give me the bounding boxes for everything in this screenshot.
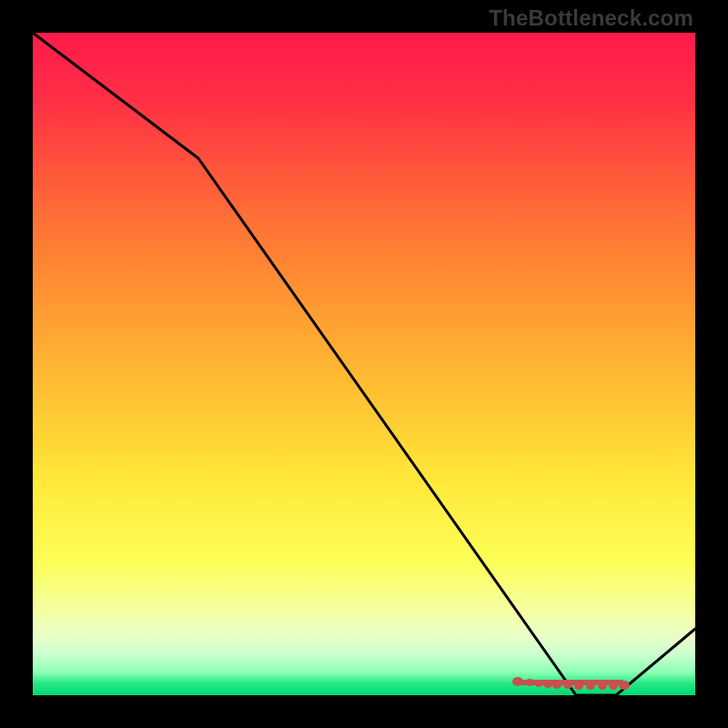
svg-point-10 [619,681,630,690]
svg-point-5 [563,682,572,689]
data-line [33,33,695,695]
line-series [33,33,695,695]
svg-point-3 [543,681,552,688]
svg-rect-11 [518,680,624,685]
svg-point-2 [534,680,543,687]
svg-point-4 [552,682,561,689]
svg-point-7 [586,682,595,690]
svg-point-9 [609,682,618,690]
svg-point-6 [574,682,583,690]
marker-cluster [512,677,630,690]
attribution-label: TheBottleneck.com [489,5,693,31]
svg-point-1 [525,679,534,686]
plot-area [33,33,695,695]
svg-point-0 [512,677,523,686]
chart-stage: TheBottleneck.com [0,0,728,728]
svg-point-8 [598,682,607,690]
